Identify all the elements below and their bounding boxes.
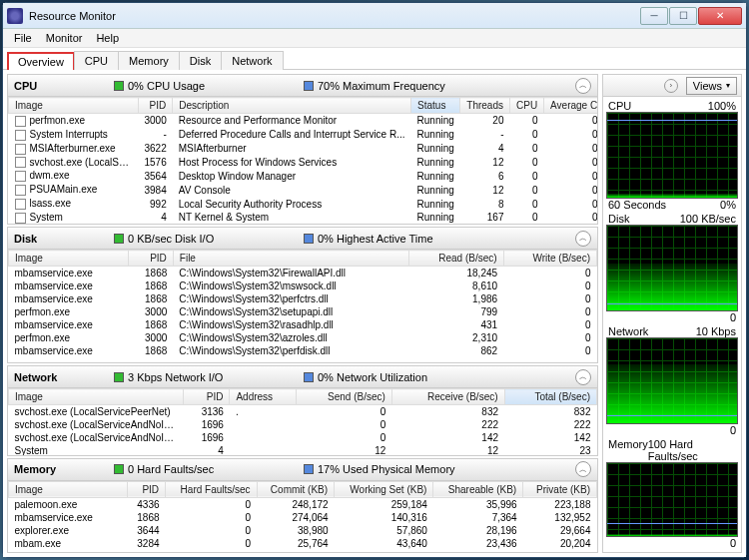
column-header[interactable]: Address bbox=[230, 389, 297, 405]
checkbox[interactable] bbox=[15, 130, 26, 141]
graph-network: Network10 Kbps0 bbox=[606, 325, 738, 436]
graphs-container: CPU100%60 Seconds0%Disk100 KB/sec0Networ… bbox=[603, 97, 741, 552]
cpu-panel: CPU 0% CPU Usage 70% Maximum Frequency ︿… bbox=[7, 74, 598, 225]
column-header[interactable]: Receive (B/sec) bbox=[391, 389, 504, 405]
cpu-panel-header[interactable]: CPU 0% CPU Usage 70% Maximum Frequency ︿ bbox=[8, 75, 597, 97]
table-row[interactable]: perfmon.exe3000C:\Windows\System32\azrol… bbox=[9, 331, 597, 344]
table-row[interactable]: mbamservice.exe18680274,064140,3167,3641… bbox=[9, 511, 597, 524]
network-table[interactable]: ImagePIDAddressSend (B/sec)Receive (B/se… bbox=[8, 388, 597, 455]
table-row[interactable]: svchost.exe (LocalServiceAndNoImpersonat… bbox=[9, 431, 597, 444]
window-title: Resource Monitor bbox=[29, 10, 640, 22]
table-row[interactable]: mbamservice.exe1868C:\Windows\System32\r… bbox=[9, 318, 597, 331]
checkbox[interactable] bbox=[15, 171, 26, 182]
table-row[interactable]: mbamservice.exe1868C:\Windows\System32\p… bbox=[9, 292, 597, 305]
column-header[interactable]: File bbox=[173, 251, 408, 267]
chevron-up-icon[interactable]: ︿ bbox=[575, 369, 591, 385]
column-header[interactable]: Image bbox=[9, 98, 139, 114]
table-row[interactable]: svchost.exe (LocalServiceAndNoImpersonat… bbox=[9, 418, 597, 431]
cpu-table[interactable]: ImagePIDDescriptionStatusThreadsCPUAvera… bbox=[8, 97, 597, 224]
app-window: Resource Monitor ─ ☐ ✕ File Monitor Help… bbox=[2, 2, 747, 558]
column-header[interactable]: Private (KB) bbox=[523, 481, 597, 497]
column-header[interactable]: PID bbox=[139, 98, 173, 114]
table-row[interactable]: svchost.exe (LocalServiceNoNetwork)1576H… bbox=[9, 156, 598, 170]
memory-panel-header[interactable]: Memory 0 Hard Faults/sec 17% Used Physic… bbox=[8, 459, 597, 481]
table-row[interactable]: perfmon.exe3000C:\Windows\System32\setup… bbox=[9, 305, 597, 318]
column-header[interactable]: Read (B/sec) bbox=[409, 251, 503, 267]
tab-overview[interactable]: Overview bbox=[7, 52, 75, 70]
checkbox[interactable] bbox=[15, 144, 26, 155]
square-green-icon bbox=[114, 234, 124, 244]
table-row[interactable]: svchost.exe (netsvcs)1116022,38437,52018… bbox=[9, 550, 597, 552]
disk-table[interactable]: ImagePIDFileRead (B/sec)Write (B/sec)mba… bbox=[8, 250, 597, 362]
table-row[interactable]: dwm.exe3564Desktop Window ManagerRunning… bbox=[9, 169, 598, 183]
table-row[interactable]: mbamservice.exe1868C:\Windows\System32\p… bbox=[9, 344, 597, 357]
column-header[interactable]: Shareable (KB) bbox=[433, 481, 523, 497]
column-header[interactable]: Commit (KB) bbox=[257, 481, 334, 497]
tab-cpu[interactable]: CPU bbox=[74, 51, 119, 70]
table-row[interactable]: palemoon.exe43360248,172259,18435,996223… bbox=[9, 497, 597, 511]
column-header[interactable]: Average CPU bbox=[544, 98, 597, 114]
titlebar[interactable]: Resource Monitor ─ ☐ ✕ bbox=[3, 3, 746, 29]
table-row[interactable]: mbamservice.exe1868C:\Windows\System32\F… bbox=[9, 267, 597, 280]
table-row[interactable]: MSIAfterburner.exe3622MSIAfterburnerRunn… bbox=[9, 142, 598, 156]
column-header[interactable]: CPU bbox=[509, 98, 543, 114]
tab-memory[interactable]: Memory bbox=[118, 51, 180, 70]
table-row[interactable]: mbamservice.exe1868C:\Windows\System32\m… bbox=[9, 280, 597, 292]
chevron-right-icon[interactable]: › bbox=[664, 79, 678, 93]
chevron-up-icon[interactable]: ︿ bbox=[575, 231, 591, 247]
table-row[interactable]: System4NT Kernel & SystemRunning16700.03 bbox=[9, 211, 598, 224]
column-header[interactable]: PID bbox=[184, 389, 230, 405]
chevron-up-icon[interactable]: ︿ bbox=[575, 461, 591, 477]
column-header[interactable]: Write (B/sec) bbox=[503, 251, 596, 267]
network-panel-header[interactable]: Network 3 Kbps Network I/O 0% Network Ut… bbox=[8, 366, 597, 388]
menu-monitor[interactable]: Monitor bbox=[39, 30, 90, 46]
column-header[interactable]: PID bbox=[128, 251, 173, 267]
graph-disk: Disk100 KB/sec0 bbox=[606, 213, 738, 323]
menu-file[interactable]: File bbox=[7, 30, 39, 46]
left-column: CPU 0% CPU Usage 70% Maximum Frequency ︿… bbox=[7, 74, 598, 553]
column-header[interactable]: Image bbox=[9, 389, 184, 405]
menu-help[interactable]: Help bbox=[89, 30, 126, 46]
column-header[interactable]: Working Set (KB) bbox=[335, 481, 433, 497]
right-column: › Views CPU100%60 Seconds0%Disk100 KB/se… bbox=[602, 74, 742, 553]
column-header[interactable]: Status bbox=[411, 98, 460, 114]
table-row[interactable]: lsass.exe992Local Security Authority Pro… bbox=[9, 197, 598, 211]
checkbox[interactable] bbox=[15, 157, 26, 168]
checkbox[interactable] bbox=[15, 199, 26, 210]
memory-table[interactable]: ImagePIDHard Faults/secCommit (KB)Workin… bbox=[8, 481, 597, 552]
maximize-button[interactable]: ☐ bbox=[669, 7, 697, 25]
checkbox[interactable] bbox=[15, 116, 26, 127]
column-header[interactable]: PID bbox=[128, 481, 166, 497]
table-row[interactable]: PSUAMain.exe3984AV ConsoleRunning1200.05 bbox=[9, 183, 598, 197]
table-row[interactable]: mbam.exe3284025,76443,64023,43620,204 bbox=[9, 537, 597, 550]
tab-disk[interactable]: Disk bbox=[179, 51, 222, 70]
content: CPU 0% CPU Usage 70% Maximum Frequency ︿… bbox=[3, 70, 746, 557]
square-blue-icon bbox=[304, 464, 314, 474]
views-button[interactable]: Views bbox=[686, 77, 737, 95]
app-icon bbox=[7, 8, 23, 24]
cpu-panel-title: CPU bbox=[14, 80, 74, 92]
network-panel-title: Network bbox=[14, 371, 74, 383]
table-row[interactable]: System Interrupts-Deferred Procedure Cal… bbox=[9, 128, 598, 142]
table-row[interactable]: System4121223 bbox=[9, 444, 597, 455]
column-header[interactable]: Total (B/sec) bbox=[504, 389, 596, 405]
disk-panel-header[interactable]: Disk 0 KB/sec Disk I/O 0% Highest Active… bbox=[8, 228, 597, 250]
column-header[interactable]: Hard Faults/sec bbox=[166, 481, 258, 497]
square-blue-icon bbox=[304, 372, 314, 382]
table-row[interactable]: perfmon.exe3000Resource and Performance … bbox=[9, 114, 598, 128]
chevron-up-icon[interactable]: ︿ bbox=[575, 78, 591, 94]
column-header[interactable]: Image bbox=[9, 481, 128, 497]
memory-panel-title: Memory bbox=[14, 463, 74, 475]
column-header[interactable]: Send (B/sec) bbox=[297, 389, 391, 405]
column-header[interactable]: Image bbox=[9, 251, 129, 267]
table-row[interactable]: explorer.exe3644038,98057,86028,19629,66… bbox=[9, 524, 597, 537]
column-header[interactable]: Threads bbox=[460, 98, 510, 114]
square-green-icon bbox=[114, 81, 124, 91]
close-button[interactable]: ✕ bbox=[698, 7, 742, 25]
column-header[interactable]: Description bbox=[173, 98, 411, 114]
checkbox[interactable] bbox=[15, 185, 26, 196]
checkbox[interactable] bbox=[15, 213, 26, 224]
table-row[interactable]: svchost.exe (LocalServicePeerNet)3136.08… bbox=[9, 405, 597, 419]
minimize-button[interactable]: ─ bbox=[640, 7, 668, 25]
tab-network[interactable]: Network bbox=[221, 51, 283, 70]
